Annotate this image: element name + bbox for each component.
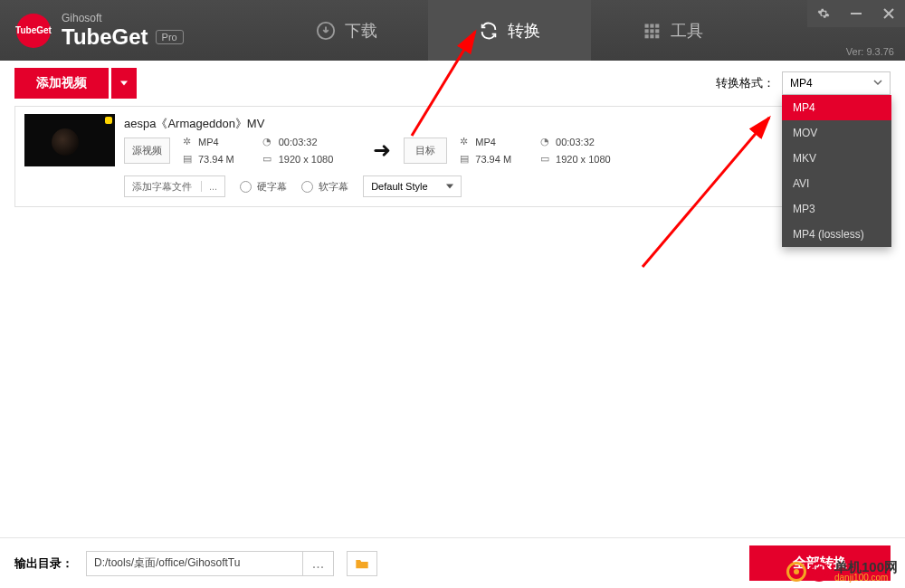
video-title: aespa《Armageddon》MV	[124, 114, 881, 132]
arrow-right-icon: ➜	[373, 138, 391, 163]
source-format: MP4	[198, 137, 219, 147]
brand-block: TubeGet Gihosoft TubeGet Pro	[0, 12, 184, 50]
watermark-cn: 单机100网	[834, 560, 898, 574]
style-selected: Default Style	[371, 181, 427, 192]
main-nav: 下载 转换 工具	[265, 0, 754, 61]
toolstrip: 添加视频 转换格式： MP4 MP4 MOV MKV AVI MP3 MP4 (…	[0, 61, 905, 106]
edition-badge: Pro	[156, 30, 184, 44]
source-resolution: 1920 x 1080	[279, 154, 334, 165]
svg-marker-12	[446, 185, 453, 189]
footer: 输出目录： D:/tools/桌面/office/GihosoftTu ... …	[0, 537, 905, 588]
target-size: 73.94 M	[475, 154, 511, 165]
svg-rect-7	[644, 34, 648, 38]
format-selected: MP4	[790, 77, 813, 90]
version-label: Ver: 9.3.76	[846, 46, 894, 57]
format-option-avi[interactable]: AVI	[782, 171, 891, 196]
output-dir-path[interactable]: D:/tools/桌面/office/GihosoftTu	[86, 551, 303, 576]
format-option-mp4-lossless[interactable]: MP4 (lossless)	[782, 222, 891, 247]
svg-marker-11	[120, 81, 128, 85]
resolution-icon: ▭	[538, 153, 550, 165]
convert-icon	[479, 21, 499, 41]
svg-rect-3	[655, 24, 659, 27]
film-icon: ✲	[458, 136, 470, 147]
file-icon: ▤	[458, 153, 470, 165]
format-wrap: 转换格式： MP4 MP4 MOV MKV AVI MP3 MP4 (lossl…	[716, 71, 891, 95]
add-video-button[interactable]: 添加视频	[14, 68, 109, 99]
tools-icon	[642, 21, 662, 41]
nav-convert[interactable]: 转换	[428, 0, 591, 61]
minimize-button[interactable]	[840, 0, 872, 27]
format-option-mkv[interactable]: MKV	[782, 146, 891, 171]
svg-rect-10	[851, 13, 862, 14]
watermark-en: danji100.com	[834, 574, 898, 583]
nav-tools[interactable]: 工具	[591, 0, 754, 61]
radio-soft-subtitle[interactable]: 软字幕	[301, 180, 348, 194]
source-tag: 源视频	[124, 138, 170, 164]
target-tag: 目标	[404, 138, 447, 164]
radio-hard-subtitle[interactable]: 硬字幕	[240, 180, 287, 194]
resolution-icon: ▭	[262, 153, 273, 165]
svg-rect-8	[650, 34, 653, 38]
radio-icon	[301, 181, 313, 193]
film-icon: ✲	[181, 136, 193, 147]
app-logo-icon: TubeGet	[16, 14, 51, 48]
subtitle-placeholder: 添加字幕文件	[132, 180, 192, 194]
svg-rect-6	[655, 29, 659, 33]
chevron-down-icon	[446, 181, 453, 192]
format-label: 转换格式：	[716, 75, 775, 91]
target-resolution: 1920 x 1080	[556, 154, 611, 165]
nav-download[interactable]: 下载	[265, 0, 428, 61]
watermark: 单机100网 danji100.com	[786, 560, 898, 583]
output-dir-label: 输出目录：	[14, 555, 73, 572]
open-folder-button[interactable]	[347, 551, 377, 576]
format-option-mov[interactable]: MOV	[782, 120, 891, 146]
subtitle-file-input[interactable]: 添加字幕文件 ...	[124, 175, 225, 197]
format-option-mp3[interactable]: MP3	[782, 196, 891, 222]
output-dir-browse[interactable]: ...	[303, 551, 334, 576]
company-name: Gihosoft	[62, 12, 184, 24]
nav-convert-label: 转换	[508, 20, 540, 42]
radio-soft-label: 软字幕	[319, 180, 348, 194]
list-area: aespa《Armageddon》MV 源视频 ✲MP4 ▤73.94 M ◔0…	[0, 106, 905, 207]
svg-rect-2	[650, 24, 653, 27]
add-video-wrap: 添加视频	[14, 68, 137, 99]
file-icon: ▤	[181, 153, 193, 165]
clock-icon: ◔	[538, 136, 550, 147]
add-video-caret[interactable]	[111, 68, 137, 99]
subtitle-style-select[interactable]: Default Style	[363, 175, 461, 197]
svg-rect-1	[644, 24, 648, 27]
radio-hard-label: 硬字幕	[257, 180, 287, 194]
titlebar: TubeGet Gihosoft TubeGet Pro 下载 转换 工	[0, 0, 905, 61]
video-thumbnail[interactable]	[24, 114, 115, 166]
video-card: aespa《Armageddon》MV 源视频 ✲MP4 ▤73.94 M ◔0…	[14, 106, 891, 207]
nav-download-label: 下载	[345, 20, 377, 42]
product-name: TubeGet	[62, 24, 148, 50]
format-option-mp4[interactable]: MP4	[782, 95, 891, 120]
radio-icon	[240, 181, 252, 193]
target-format: MP4	[475, 137, 496, 147]
svg-rect-9	[655, 34, 659, 38]
svg-rect-5	[650, 29, 653, 33]
window-controls	[807, 0, 905, 27]
svg-rect-4	[644, 29, 648, 33]
close-button[interactable]	[872, 0, 905, 27]
subtitle-browse[interactable]: ...	[201, 181, 217, 192]
download-icon	[316, 21, 336, 41]
clock-icon: ◔	[262, 136, 273, 147]
chevron-down-icon	[873, 77, 882, 90]
format-dropdown: MP4 MOV MKV AVI MP3 MP4 (lossless)	[782, 95, 891, 247]
settings-button[interactable]	[807, 0, 840, 27]
target-duration: 00:03:32	[556, 137, 595, 147]
nav-tools-label: 工具	[671, 20, 703, 42]
format-select[interactable]: MP4 MP4 MOV MKV AVI MP3 MP4 (lossless)	[782, 71, 891, 95]
source-duration: 00:03:32	[279, 137, 318, 147]
source-size: 73.94 M	[198, 154, 234, 165]
